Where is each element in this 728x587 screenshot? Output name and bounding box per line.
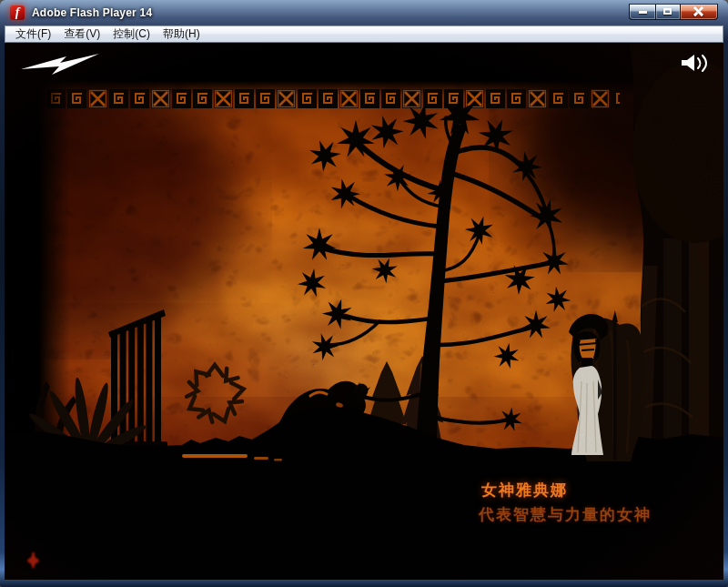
- menu-help[interactable]: 帮助(H): [157, 25, 207, 43]
- scene-canvas: [5, 43, 723, 580]
- maximize-button[interactable]: [655, 4, 681, 20]
- minimize-button[interactable]: [629, 4, 655, 20]
- minimize-icon: [639, 11, 647, 14]
- close-button[interactable]: [681, 4, 718, 20]
- menu-file[interactable]: 文件(F): [9, 25, 57, 43]
- title-bar[interactable]: f Adobe Flash Player 14: [5, 0, 723, 25]
- close-icon: [693, 6, 703, 16]
- menu-control[interactable]: 控制(C): [106, 25, 157, 43]
- menu-bar: 文件(F) 查看(V) 控制(C) 帮助(H): [5, 25, 723, 43]
- maximize-icon: [663, 8, 672, 15]
- window-title: Adobe Flash Player 14: [32, 6, 152, 19]
- window-controls: [629, 4, 718, 20]
- flash-player-window: f Adobe Flash Player 14 文件(F) 查看(V) 控制(C…: [0, 0, 728, 587]
- menu-view[interactable]: 查看(V): [57, 25, 106, 43]
- flash-icon: f: [10, 5, 25, 20]
- flash-stage[interactable]: 女神雅典娜 代表智慧与力量的女神: [5, 43, 723, 580]
